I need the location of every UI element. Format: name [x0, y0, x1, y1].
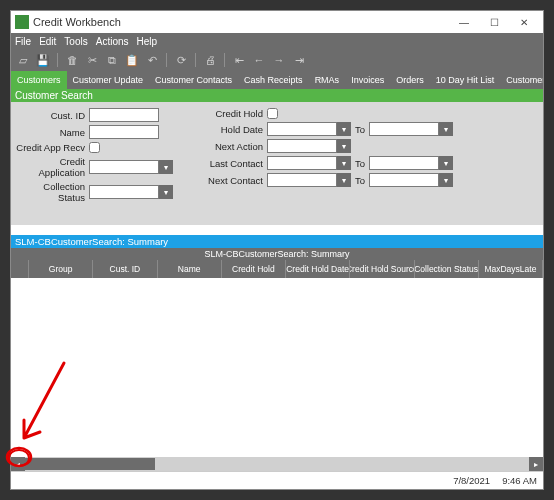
grid-header-row: Group Cust. ID Name Credit Hold Credit H… [11, 260, 543, 278]
summary-titlebar: SLM-CBCustomerSearch: Summary [11, 235, 543, 248]
label-credit-app-recv: Credit App Recv [15, 142, 85, 153]
nav-next-icon[interactable]: → [271, 52, 287, 68]
col-credit-hold-source[interactable]: Credit Hold Source [350, 260, 414, 278]
label-hold-date: Hold Date [193, 124, 263, 135]
scroll-thumb[interactable] [25, 458, 155, 470]
col-group[interactable]: Group [29, 260, 93, 278]
input-collection-status[interactable] [89, 185, 159, 199]
input-last-contact-from[interactable] [267, 156, 337, 170]
undo-icon[interactable]: ↶ [144, 52, 160, 68]
col-credit-hold-date[interactable]: Credit Hold Date [286, 260, 350, 278]
menu-tools[interactable]: Tools [64, 36, 87, 47]
label-cust-id: Cust. ID [15, 110, 85, 121]
label-to-hold-date: To [355, 124, 365, 135]
col-credit-hold[interactable]: Credit Hold [222, 260, 286, 278]
dropdown-hold-date-to[interactable]: ▾ [439, 122, 453, 136]
input-next-contact-from[interactable] [267, 173, 337, 187]
dropdown-credit-application[interactable]: ▾ [159, 160, 173, 174]
nav-first-icon[interactable]: ⇤ [231, 52, 247, 68]
input-hold-date-from[interactable] [267, 122, 337, 136]
col-max-days-late[interactable]: MaxDaysLate [479, 260, 543, 278]
refresh-icon[interactable]: ⟳ [173, 52, 189, 68]
label-to-last-contact: To [355, 158, 365, 169]
dropdown-next-contact-to[interactable]: ▾ [439, 173, 453, 187]
label-name: Name [15, 127, 85, 138]
grid-title: SLM-CBCustomerSearch: Summary [11, 248, 543, 260]
titlebar: Credit Workbench — ☐ ✕ [11, 11, 543, 33]
grid-body[interactable] [11, 278, 543, 457]
nav-last-icon[interactable]: ⇥ [291, 52, 307, 68]
menu-edit[interactable]: Edit [39, 36, 56, 47]
app-window: Credit Workbench — ☐ ✕ File Edit Tools A… [10, 10, 544, 490]
label-last-contact: Last Contact [193, 158, 263, 169]
delete-icon[interactable]: 🗑 [64, 52, 80, 68]
dropdown-last-contact-from[interactable]: ▾ [337, 156, 351, 170]
search-form: Cust. ID Name Credit App Recv Credit App… [11, 102, 543, 209]
close-button[interactable]: ✕ [509, 12, 539, 32]
label-collection-status: Collection Status [15, 181, 85, 203]
cut-icon[interactable]: ✂ [84, 52, 100, 68]
form-gap [11, 209, 543, 225]
nav-prev-icon[interactable]: ← [251, 52, 267, 68]
input-next-contact-to[interactable] [369, 173, 439, 187]
col-cust-id[interactable]: Cust. ID [93, 260, 157, 278]
label-next-contact: Next Contact [193, 175, 263, 186]
scroll-left-button[interactable]: ◂ [11, 457, 25, 471]
label-next-action: Next Action [193, 141, 263, 152]
window-title: Credit Workbench [33, 16, 449, 28]
checkbox-credit-hold[interactable] [267, 108, 278, 119]
dropdown-collection-status[interactable]: ▾ [159, 185, 173, 199]
label-credit-hold: Credit Hold [193, 108, 263, 119]
label-credit-application: Credit Application [15, 156, 85, 178]
copy-icon[interactable]: ⧉ [104, 52, 120, 68]
col-collection-status[interactable]: Collection Status [415, 260, 479, 278]
scroll-right-button[interactable]: ▸ [529, 457, 543, 471]
new-icon[interactable]: ▱ [15, 52, 31, 68]
status-date: 7/8/2021 [453, 475, 490, 486]
minimize-button[interactable]: — [449, 12, 479, 32]
checkbox-credit-app-recv[interactable] [89, 142, 100, 153]
horizontal-scrollbar[interactable]: ◂ ▸ [11, 457, 543, 471]
col-selector[interactable] [11, 260, 29, 278]
tab-orders[interactable]: Orders [390, 71, 430, 89]
section-customer-search: Customer Search [11, 89, 543, 102]
status-time: 9:46 AM [502, 475, 537, 486]
menubar: File Edit Tools Actions Help [11, 33, 543, 49]
tab-10-day-hit-list[interactable]: 10 Day Hit List [430, 71, 501, 89]
dropdown-next-contact-from[interactable]: ▾ [337, 173, 351, 187]
toolbar: ▱ 💾 🗑 ✂ ⧉ 📋 ↶ ⟳ 🖨 ⇤ ← → ⇥ [11, 49, 543, 71]
tab-customers[interactable]: Customers [11, 71, 67, 89]
menu-file[interactable]: File [15, 36, 31, 47]
scroll-track[interactable] [155, 458, 529, 470]
input-credit-application[interactable] [89, 160, 159, 174]
print-icon[interactable]: 🖨 [202, 52, 218, 68]
tab-customer-update[interactable]: Customer Update [67, 71, 150, 89]
tab-cash-receipts[interactable]: Cash Receipts [238, 71, 309, 89]
tab-rmas[interactable]: RMAs [309, 71, 346, 89]
statusbar: 7/8/2021 9:46 AM [11, 471, 543, 489]
menu-help[interactable]: Help [137, 36, 158, 47]
input-cust-id[interactable] [89, 108, 159, 122]
tab-customer-contacts[interactable]: Customer Contacts [149, 71, 238, 89]
input-last-contact-to[interactable] [369, 156, 439, 170]
col-name[interactable]: Name [158, 260, 222, 278]
tab-invoices[interactable]: Invoices [345, 71, 390, 89]
save-icon[interactable]: 💾 [35, 52, 51, 68]
tab-strip: Customers Customer Update Customer Conta… [11, 71, 543, 89]
app-icon [15, 15, 29, 29]
maximize-button[interactable]: ☐ [479, 12, 509, 32]
dropdown-next-action[interactable]: ▾ [337, 139, 351, 153]
input-name[interactable] [89, 125, 159, 139]
input-next-action[interactable] [267, 139, 337, 153]
dropdown-hold-date-from[interactable]: ▾ [337, 122, 351, 136]
tab-customer-aging[interactable]: Customer Aging [500, 71, 543, 89]
label-to-next-contact: To [355, 175, 365, 186]
paste-icon[interactable]: 📋 [124, 52, 140, 68]
menu-actions[interactable]: Actions [96, 36, 129, 47]
input-hold-date-to[interactable] [369, 122, 439, 136]
dropdown-last-contact-to[interactable]: ▾ [439, 156, 453, 170]
